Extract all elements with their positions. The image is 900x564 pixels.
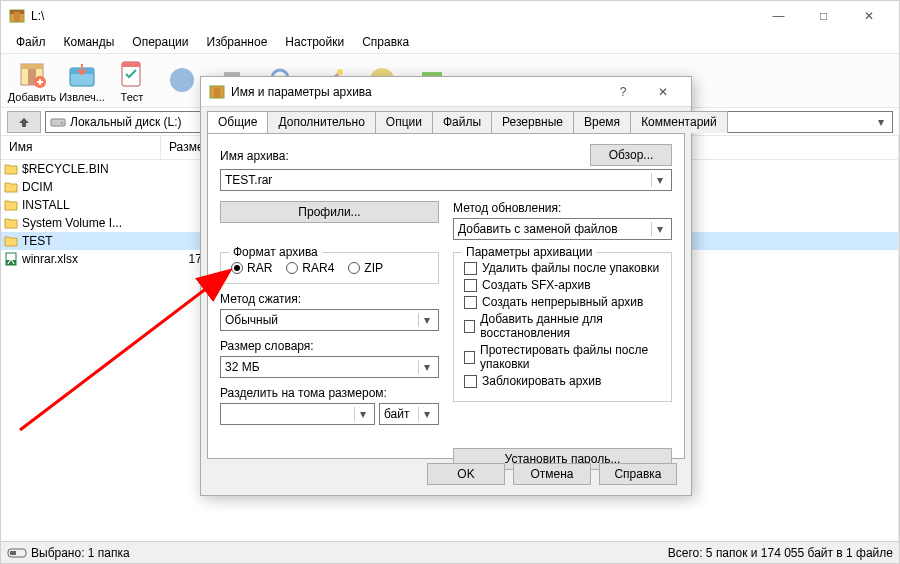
compress-label: Метод сжатия: [220, 292, 439, 306]
format-rar4[interactable]: RAR4 [286, 261, 334, 275]
archive-add-icon [16, 58, 48, 90]
format-fieldset: Формат архива RAR RAR4 ZIP [220, 252, 439, 284]
dialog-titlebar: Имя и параметры архива ? ✕ [201, 77, 691, 107]
folder-icon [3, 216, 19, 230]
archive-name-label: Имя архива: [220, 149, 580, 163]
tab-panel-general: Имя архива: Обзор... TEST.rar ▾ Профили.… [207, 133, 685, 459]
tab-time[interactable]: Время [573, 111, 631, 133]
chevron-down-icon[interactable]: ▾ [418, 407, 434, 421]
folder-icon [3, 162, 19, 176]
tab-backup[interactable]: Резервные копии [491, 111, 574, 133]
radio-icon [231, 262, 243, 274]
toolbar-test[interactable]: Тест [107, 55, 157, 107]
menu-file[interactable]: Файл [7, 32, 55, 52]
disk-icon [50, 114, 66, 130]
tab-advanced[interactable]: Дополнительно [267, 111, 375, 133]
param-test[interactable]: Протестировать файлы после упаковки [464, 343, 661, 371]
up-icon [16, 115, 32, 129]
browse-button[interactable]: Обзор... [590, 144, 672, 166]
file-name: TEST [22, 234, 164, 248]
chevron-down-icon[interactable]: ▾ [354, 407, 370, 421]
split-size-combo[interactable]: ▾ [220, 403, 375, 425]
update-method-combo[interactable]: Добавить с заменой файлов ▾ [453, 218, 672, 240]
test-icon [116, 58, 148, 90]
dialog-app-icon [209, 84, 225, 100]
maximize-button[interactable]: □ [801, 1, 846, 31]
archive-name-dropdown-icon[interactable]: ▾ [651, 173, 667, 187]
svg-rect-18 [51, 119, 65, 126]
menu-operations[interactable]: Операции [123, 32, 197, 52]
param-lock[interactable]: Заблокировать архив [464, 374, 661, 388]
file-name: INSTALL [22, 198, 164, 212]
dialog-tabs: Общие Дополнительно Опции Файлы Резервны… [207, 111, 685, 133]
titlebar: L:\ — □ ✕ [1, 1, 899, 31]
checkbox-icon [464, 262, 477, 275]
split-unit-combo[interactable]: байт▾ [379, 403, 439, 425]
compress-combo[interactable]: Обычный▾ [220, 309, 439, 331]
checkbox-icon [464, 279, 477, 292]
toolbar-add[interactable]: Добавить [7, 55, 57, 107]
tab-files[interactable]: Файлы [432, 111, 492, 133]
menu-help[interactable]: Справка [353, 32, 418, 52]
window-title: L:\ [31, 9, 756, 23]
col-name[interactable]: Имя [1, 136, 161, 159]
toolbar-extract[interactable]: Извлеч... [57, 55, 107, 107]
param-sfx[interactable]: Создать SFX-архив [464, 278, 661, 292]
dialog-close-button[interactable]: ✕ [643, 78, 683, 106]
profiles-button[interactable]: Профили... [220, 201, 439, 223]
menu-favorites[interactable]: Избранное [198, 32, 277, 52]
params-legend: Параметры архивации [462, 245, 596, 259]
chevron-down-icon[interactable]: ▾ [418, 313, 434, 327]
dict-label: Размер словаря: [220, 339, 439, 353]
menu-commands[interactable]: Команды [55, 32, 124, 52]
svg-rect-26 [214, 88, 220, 98]
archive-name-input[interactable]: TEST.rar ▾ [220, 169, 672, 191]
radio-icon [286, 262, 298, 274]
params-fieldset: Параметры архивации Удалить файлы после … [453, 252, 672, 402]
svg-point-19 [61, 122, 63, 124]
svg-rect-4 [21, 64, 43, 69]
param-solid[interactable]: Создать непрерывный архив [464, 295, 661, 309]
chevron-down-icon[interactable]: ▾ [418, 360, 434, 374]
menu-settings[interactable]: Настройки [276, 32, 353, 52]
file-icon: X [3, 252, 19, 266]
tab-general[interactable]: Общие [207, 111, 268, 133]
dialog-help-button[interactable]: ? [603, 78, 643, 106]
file-name: System Volume I... [22, 216, 164, 230]
param-delete-files[interactable]: Удалить файлы после упаковки [464, 261, 661, 275]
statusbar: Выбрано: 1 папка Всего: 5 папок и 174 05… [1, 541, 899, 563]
tab-comment[interactable]: Комментарий [630, 111, 728, 133]
ok-button[interactable]: OK [427, 463, 505, 485]
dict-combo[interactable]: 32 МБ▾ [220, 356, 439, 378]
svg-text:X: X [7, 253, 15, 266]
file-name: winrar.xlsx [22, 252, 164, 266]
cancel-button[interactable]: Отмена [513, 463, 591, 485]
checkbox-icon [464, 296, 477, 309]
format-rar[interactable]: RAR [231, 261, 272, 275]
close-button[interactable]: ✕ [846, 1, 891, 31]
address-dropdown-icon[interactable]: ▾ [874, 115, 888, 129]
tab-options[interactable]: Опции [375, 111, 433, 133]
format-legend: Формат архива [229, 245, 322, 259]
chevron-down-icon[interactable]: ▾ [651, 222, 667, 236]
up-button[interactable] [7, 111, 41, 133]
status-right: Всего: 5 папок и 174 055 байт в 1 файле [668, 546, 893, 560]
folder-icon [3, 180, 19, 194]
split-label: Разделить на тома размером: [220, 386, 439, 400]
param-recovery[interactable]: Добавить данные для восстановления [464, 312, 661, 340]
minimize-button[interactable]: — [756, 1, 801, 31]
archive-dialog: Имя и параметры архива ? ✕ Общие Дополни… [200, 76, 692, 496]
help-button[interactable]: Справка [599, 463, 677, 485]
file-name: DCIM [22, 180, 164, 194]
update-method-label: Метод обновления: [453, 201, 672, 215]
svg-point-14 [337, 69, 343, 75]
svg-rect-24 [10, 551, 16, 555]
checkbox-icon [464, 320, 475, 333]
checkbox-icon [464, 351, 475, 364]
format-zip[interactable]: ZIP [348, 261, 383, 275]
folder-icon [3, 198, 19, 212]
folder-icon [3, 234, 19, 248]
selection-icon [7, 547, 27, 559]
dialog-footer: OK Отмена Справка [427, 463, 677, 485]
checkbox-icon [464, 375, 477, 388]
